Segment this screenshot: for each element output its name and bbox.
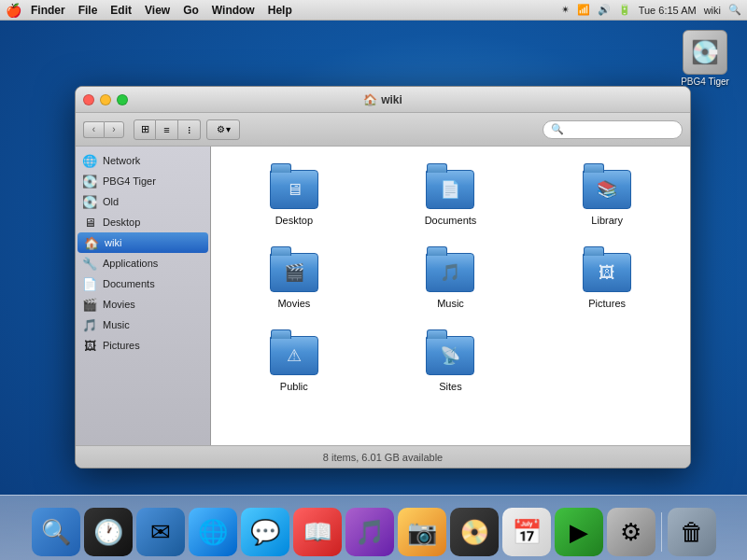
menubar-finder[interactable]: Finder	[31, 4, 65, 17]
sidebar-item-pictures[interactable]: 🖼 Pictures	[76, 335, 210, 356]
window-title-icon: 🏠	[363, 93, 377, 106]
window-title-text: wiki	[381, 93, 402, 106]
apple-menu[interactable]: 🍎	[6, 3, 21, 18]
action-arrow-icon: ▾	[226, 124, 231, 134]
menubar-user: wiki	[704, 5, 721, 16]
dock-icon-calendar: 📅	[502, 508, 551, 556]
folder-base-music: 🎵	[426, 253, 474, 292]
sidebar-icon-pictures: 🖼	[81, 337, 98, 354]
dock-separator	[661, 512, 662, 552]
sidebar-item-movies[interactable]: 🎬 Movies	[76, 294, 210, 315]
sidebar-item-music[interactable]: 🎵 Music	[76, 315, 210, 335]
status-text: 8 items, 6.01 GB available	[323, 452, 443, 463]
folder-emblem-movies: 🎬	[284, 262, 304, 283]
menubar-file[interactable]: File	[78, 4, 98, 17]
drive-icon-img: 💽	[683, 30, 727, 75]
dock-item-ichat[interactable]: 💬	[241, 508, 289, 556]
file-item-desktop[interactable]: 🖥 Desktop	[220, 156, 368, 230]
file-label-movies: Movies	[277, 298, 310, 309]
file-item-documents[interactable]: 📄 Documents	[377, 156, 525, 230]
toolbar: ‹ › ⊞ ≡ ⫶ ⚙ ▾ 🔍	[76, 113, 690, 147]
file-item-library[interactable]: 📚 Library	[533, 156, 681, 230]
bluetooth-icon: ✴	[561, 4, 570, 16]
sidebar-icon-documents: 📄	[81, 275, 98, 292]
action-button[interactable]: ⚙ ▾	[206, 119, 240, 140]
dock-item-addressbook[interactable]: 📖	[293, 508, 342, 556]
folder-base-movies: 🎬	[270, 253, 318, 292]
column-view-button[interactable]: ⫶	[178, 119, 201, 140]
dock-item-clock[interactable]: 🕐	[84, 508, 133, 556]
sidebar-label-network: Network	[103, 155, 140, 166]
sidebar-item-network[interactable]: 🌐 Network	[76, 150, 210, 171]
file-item-pictures[interactable]: 🖼 Pictures	[533, 239, 681, 313]
folder-base-documents: 📄	[426, 170, 474, 209]
sidebar-item-pbg4tiger[interactable]: 💽 PBG4 Tiger	[76, 171, 210, 191]
file-label-pictures: Pictures	[588, 298, 626, 309]
dock-item-finder[interactable]: 🔍	[32, 508, 80, 556]
sidebar-item-wiki[interactable]: 🏠 wiki	[78, 232, 208, 253]
sidebar-label-old: Old	[103, 196, 119, 207]
file-icon-public: ⚠	[268, 326, 320, 378]
volume-icon: 🔊	[598, 4, 611, 16]
zoom-button[interactable]	[117, 94, 128, 105]
search-icon: 🔍	[551, 123, 564, 135]
folder-emblem-sites: 📡	[440, 345, 460, 366]
menubar-view[interactable]: View	[145, 4, 170, 17]
file-item-movies[interactable]: 🎬 Movies	[220, 239, 368, 313]
status-bar: 8 items, 6.01 GB available	[76, 445, 690, 468]
file-icon-movies: 🎬	[268, 243, 320, 295]
file-label-documents: Documents	[425, 215, 477, 226]
forward-button[interactable]: ›	[104, 121, 124, 138]
menubar-go[interactable]: Go	[183, 4, 199, 17]
nav-group: ‹ ›	[83, 121, 124, 138]
menubar-help[interactable]: Help	[268, 4, 292, 17]
file-icon-documents: 📄	[424, 160, 476, 212]
dock-item-quicktime[interactable]: ▶	[555, 508, 603, 556]
folder-base-library: 📚	[583, 170, 631, 209]
back-button[interactable]: ‹	[83, 121, 104, 138]
desktop-drive-icon[interactable]: 💽 PBG4 Tiger	[672, 30, 738, 87]
dock-item-mail[interactable]: ✉	[136, 508, 185, 556]
dock-item-calendar[interactable]: 📅	[502, 508, 551, 556]
dock-item-iphoto[interactable]: 📷	[398, 508, 446, 556]
file-icon-pictures: 🖼	[581, 243, 633, 295]
dock-icon-safari: 🌐	[189, 508, 237, 556]
gear-icon: ⚙	[217, 124, 225, 134]
file-item-sites[interactable]: 📡 Sites	[377, 322, 525, 396]
file-grid: 🖥 Desktop 📄 Documents 📚 Library 🎬 Movies	[211, 147, 690, 445]
sidebar-item-old[interactable]: 💽 Old	[76, 191, 210, 212]
folder-emblem-library: 📚	[597, 179, 617, 200]
menubar-edit[interactable]: Edit	[110, 4, 132, 17]
file-item-music[interactable]: 🎵 Music	[377, 239, 525, 313]
list-view-button[interactable]: ≡	[156, 119, 178, 140]
dock-item-safari[interactable]: 🌐	[189, 508, 237, 556]
sidebar: 🌐 Network 💽 PBG4 Tiger 💽 Old 🖥 Desktop 🏠…	[76, 147, 211, 445]
icon-view-button[interactable]: ⊞	[134, 119, 156, 140]
sidebar-item-applications[interactable]: 🔧 Applications	[76, 253, 210, 273]
menubar-window[interactable]: Window	[212, 4, 255, 17]
sidebar-item-documents[interactable]: 📄 Documents	[76, 273, 210, 294]
dock-item-trash[interactable]: 🗑	[668, 508, 716, 556]
dock-item-system[interactable]: ⚙	[607, 508, 655, 556]
dock-icon-trash: 🗑	[668, 508, 716, 556]
file-label-library: Library	[591, 215, 623, 226]
close-button[interactable]	[83, 94, 94, 105]
desktop: 💽 PBG4 Tiger 🏠 wiki ‹ › ⊞ ≡	[0, 21, 747, 523]
dock-item-dvd[interactable]: 📀	[450, 508, 499, 556]
dock-item-itunes[interactable]: 🎵	[345, 508, 394, 556]
folder-base-sites: 📡	[426, 336, 474, 375]
sidebar-label-applications: Applications	[103, 258, 158, 269]
file-item-public[interactable]: ⚠ Public	[220, 322, 368, 396]
dock-icon-clock: 🕐	[84, 508, 133, 556]
dock-icon-itunes: 🎵	[345, 508, 394, 556]
file-icon-library: 📚	[581, 160, 633, 212]
minimize-button[interactable]	[100, 94, 111, 105]
sidebar-item-desktop[interactable]: 🖥 Desktop	[76, 212, 210, 232]
sidebar-label-wiki: wiki	[105, 237, 121, 248]
menubar-search-icon[interactable]: 🔍	[728, 4, 741, 16]
dock-icon-mail: ✉	[136, 508, 185, 556]
search-box[interactable]: 🔍	[543, 120, 683, 139]
file-icon-sites: 📡	[424, 326, 476, 378]
dock-icon-finder: 🔍	[32, 508, 80, 556]
sidebar-label-pbg4tiger: PBG4 Tiger	[103, 175, 156, 187]
